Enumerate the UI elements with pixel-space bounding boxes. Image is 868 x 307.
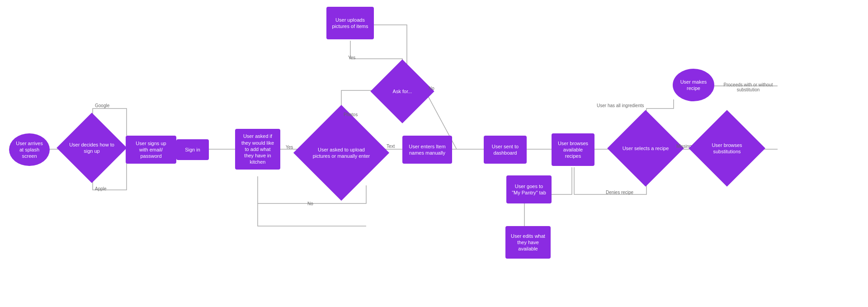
add-kitchen-label: User asked if they would like to add wha… [241, 133, 275, 165]
edits-available-label: User edits what they have available [511, 233, 545, 252]
sent-dashboard-label: User sent to dashboard [489, 143, 521, 156]
signup-label: User signs up with email/ password [131, 140, 171, 160]
browses-subs-label: User browses substitutions [700, 121, 754, 175]
ask-for-label: Ask for... [380, 69, 425, 114]
my-pantry-node: User goes to "My Pantry" tab [506, 175, 552, 203]
enter-manually-label: User enters Item names manually [408, 143, 447, 156]
upload-pics-label: User uploads pictures of items [332, 17, 368, 30]
no1-label: No [429, 86, 434, 91]
upload-manual-node: User asked to upload pictures or manuall… [293, 105, 389, 201]
has-all-ingredients-label: User has all ingredients [597, 103, 644, 108]
text-label: Text [387, 144, 395, 149]
upload-pics-node: User uploads pictures of items [326, 7, 374, 39]
add-kitchen-node: User asked if they would like to add wha… [235, 129, 280, 170]
flowchart: User arrives at splash screen User decid… [0, 0, 868, 307]
sent-dashboard-node: User sent to dashboard [484, 136, 527, 164]
signin-label: Sign in [185, 146, 200, 153]
signin-node: Sign in [176, 139, 209, 160]
proceeds-label: Proceeds with or without substitution [719, 82, 778, 92]
selects-recipe-label: User selects a recipe [618, 121, 673, 175]
upload-manual-label: User asked to upload pictures or manuall… [307, 119, 375, 187]
my-pantry-label: User goes to "My Pantry" tab [512, 183, 546, 196]
signup-node: User signs up with email/ password [126, 136, 176, 164]
decides-signup-node: User decides how to sign up [57, 113, 127, 183]
selects-recipe-node: User selects a recipe [607, 110, 684, 187]
browses-recipes-label: User browses available recipes [557, 140, 589, 160]
browses-recipes-node: User browses available recipes [552, 133, 594, 166]
browses-subs-node: User browses substitutions [689, 110, 765, 187]
apple-label: Apple [95, 186, 107, 191]
splash-label: User arrives at splash screen [14, 140, 45, 160]
enter-manually-node: User enters Item names manually [402, 136, 452, 164]
splash-screen-node: User arrives at splash screen [9, 133, 50, 166]
ask-for-node: Ask for... [370, 59, 434, 123]
decides-label: User decides how to sign up [67, 123, 117, 173]
makes-recipe-node: User makes recipe [673, 69, 714, 101]
photos-label: Photos [344, 112, 358, 117]
no2-label: No [307, 201, 313, 206]
makes-recipe-label: User makes recipe [677, 79, 710, 92]
yes2-label: Yes [286, 145, 293, 150]
edits-available-node: User edits what they have available [505, 226, 551, 259]
yes1-label: Yes [348, 55, 355, 60]
denies-recipe-label: Denies recipe [606, 190, 633, 195]
google-label: Google [95, 103, 109, 108]
